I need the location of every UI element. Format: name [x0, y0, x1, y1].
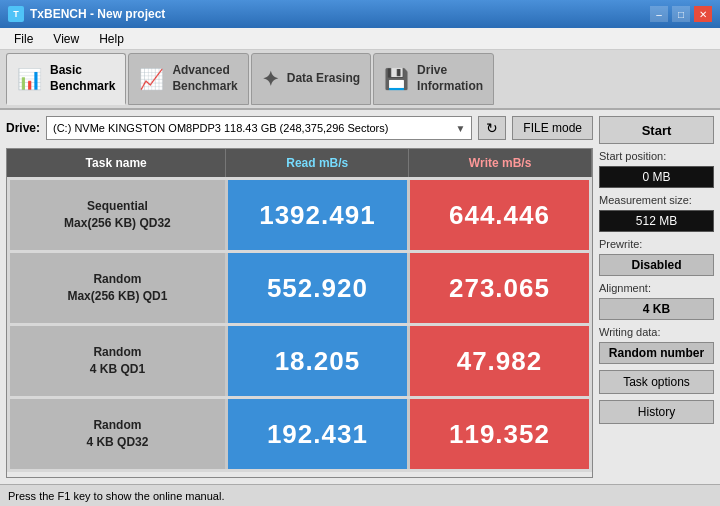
table-row: RandomMax(256 KB) QD1 552.920 273.065 [10, 253, 589, 323]
close-button[interactable]: ✕ [694, 6, 712, 22]
title-bar-left: T TxBENCH - New project [8, 6, 165, 22]
status-text: Press the F1 key to show the online manu… [8, 490, 224, 502]
table-row: Random4 KB QD1 18.205 47.982 [10, 326, 589, 396]
data-erasing-icon: ✦ [262, 67, 279, 91]
prewrite-value[interactable]: Disabled [599, 254, 714, 276]
menu-help[interactable]: Help [91, 30, 132, 48]
header-task-name: Task name [7, 149, 226, 177]
alignment-label: Alignment: [599, 282, 714, 294]
tab-basic-benchmark[interactable]: 📊 BasicBenchmark [6, 53, 126, 105]
menu-file[interactable]: File [6, 30, 41, 48]
basic-benchmark-label: BasicBenchmark [50, 63, 115, 94]
drive-select[interactable]: (C:) NVMe KINGSTON OM8PDP3 118.43 GB (24… [46, 116, 472, 140]
task-options-button[interactable]: Task options [599, 370, 714, 394]
header-read: Read mB/s [226, 149, 409, 177]
writing-data-value[interactable]: Random number [599, 342, 714, 364]
row3-read-value: 18.205 [228, 326, 407, 396]
drive-information-label: DriveInformation [417, 63, 483, 94]
measurement-size-label: Measurement size: [599, 194, 714, 206]
history-button[interactable]: History [599, 400, 714, 424]
row1-task-name: SequentialMax(256 KB) QD32 [10, 180, 225, 250]
tab-advanced-benchmark[interactable]: 📈 AdvancedBenchmark [128, 53, 248, 105]
main-panel: Drive: (C:) NVMe KINGSTON OM8PDP3 118.43… [6, 116, 593, 478]
drive-information-icon: 💾 [384, 67, 409, 91]
benchmark-table: Task name Read mB/s Write mB/s Sequentia… [6, 148, 593, 478]
status-bar: Press the F1 key to show the online manu… [0, 484, 720, 506]
drive-dropdown-arrow: ▼ [455, 123, 465, 134]
writing-data-label: Writing data: [599, 326, 714, 338]
row2-task-name: RandomMax(256 KB) QD1 [10, 253, 225, 323]
drive-row: Drive: (C:) NVMe KINGSTON OM8PDP3 118.43… [6, 116, 593, 140]
table-header: Task name Read mB/s Write mB/s [7, 149, 592, 177]
table-row: SequentialMax(256 KB) QD32 1392.491 644.… [10, 180, 589, 250]
window-controls: – □ ✕ [650, 6, 712, 22]
tab-drive-information[interactable]: 💾 DriveInformation [373, 53, 494, 105]
row1-write-value: 644.446 [410, 180, 589, 250]
row4-task-name: Random4 KB QD32 [10, 399, 225, 469]
maximize-button[interactable]: □ [672, 6, 690, 22]
app-icon: T [8, 6, 24, 22]
header-write: Write mB/s [409, 149, 592, 177]
content-area: Drive: (C:) NVMe KINGSTON OM8PDP3 118.43… [0, 110, 720, 484]
start-button[interactable]: Start [599, 116, 714, 144]
table-row: Random4 KB QD32 192.431 119.352 [10, 399, 589, 469]
row3-write-value: 47.982 [410, 326, 589, 396]
drive-label: Drive: [6, 121, 40, 135]
menu-view[interactable]: View [45, 30, 87, 48]
start-position-label: Start position: [599, 150, 714, 162]
row2-read-value: 552.920 [228, 253, 407, 323]
measurement-size-value: 512 MB [599, 210, 714, 232]
table-rows: SequentialMax(256 KB) QD32 1392.491 644.… [7, 177, 592, 472]
row4-read-value: 192.431 [228, 399, 407, 469]
row3-task-name: Random4 KB QD1 [10, 326, 225, 396]
window-title: TxBENCH - New project [30, 7, 165, 21]
start-position-value: 0 MB [599, 166, 714, 188]
row4-write-value: 119.352 [410, 399, 589, 469]
file-mode-button[interactable]: FILE mode [512, 116, 593, 140]
prewrite-label: Prewrite: [599, 238, 714, 250]
menu-bar: File View Help [0, 28, 720, 50]
right-panel: Start Start position: 0 MB Measurement s… [599, 116, 714, 478]
row1-read-value: 1392.491 [228, 180, 407, 250]
drive-select-value: (C:) NVMe KINGSTON OM8PDP3 118.43 GB (24… [53, 122, 388, 134]
basic-benchmark-icon: 📊 [17, 67, 42, 91]
drive-refresh-button[interactable]: ↻ [478, 116, 506, 140]
alignment-value[interactable]: 4 KB [599, 298, 714, 320]
toolbar: 📊 BasicBenchmark 📈 AdvancedBenchmark ✦ D… [0, 50, 720, 110]
data-erasing-label: Data Erasing [287, 71, 360, 87]
advanced-benchmark-icon: 📈 [139, 67, 164, 91]
minimize-button[interactable]: – [650, 6, 668, 22]
title-bar: T TxBENCH - New project – □ ✕ [0, 0, 720, 28]
row2-write-value: 273.065 [410, 253, 589, 323]
tab-data-erasing[interactable]: ✦ Data Erasing [251, 53, 371, 105]
advanced-benchmark-label: AdvancedBenchmark [172, 63, 237, 94]
